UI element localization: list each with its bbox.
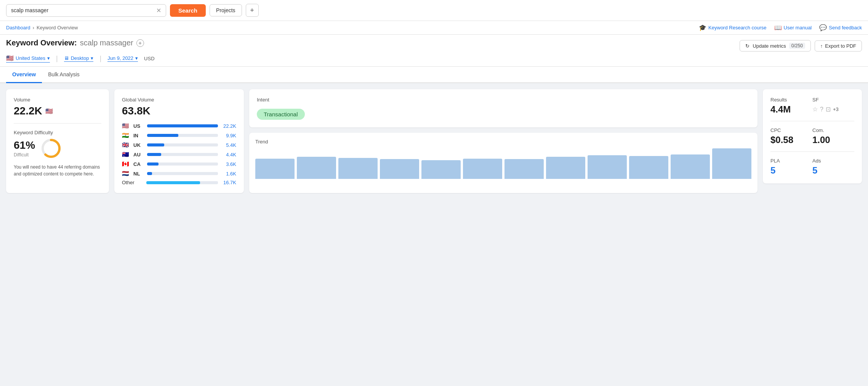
country-code: AU [133,152,144,158]
search-box: ✕ [6,4,166,17]
volume-label: Volume [14,97,101,103]
country-bar-fill [147,143,164,146]
projects-button[interactable]: Projects [210,4,242,16]
country-flag-icon: 🇬🇧 [122,142,130,148]
filter-sep-2: | [99,55,101,63]
send-feedback-link[interactable]: 💬 Send feedback [819,24,862,31]
other-val: 16.7K [221,180,236,185]
nav-bar: Dashboard › Keyword Overview 🎓 Keyword R… [0,21,868,35]
tab-overview[interactable]: Overview [6,67,42,83]
country-code: CA [133,161,144,167]
country-row: 🇨🇦 CA 3.6K [122,161,236,167]
country-bar-fill [147,124,218,127]
add-project-button[interactable]: + [246,4,259,17]
breadcrumb-home[interactable]: Dashboard [6,25,30,31]
donut-chart [40,138,62,159]
refresh-icon: ↻ [745,43,749,49]
tab-bulk-analysis[interactable]: Bulk Analysis [42,67,85,83]
device-label: Desktop [71,55,89,61]
intent-card: Intent Transactional [249,89,757,127]
device-filter[interactable]: 🖥 Desktop ▾ [64,55,94,62]
trend-bar [712,148,751,179]
country-bar-bg [147,124,218,127]
keyword-course-link[interactable]: 🎓 Keyword Research course [699,24,766,31]
search-input[interactable] [11,7,153,13]
country-bar-bg [147,153,218,156]
intent-badge: Transactional [257,109,305,120]
sf-label: SF [812,97,854,103]
trend-card: Trend [249,133,757,193]
com-section: Com. 1.00 [812,127,854,145]
country-row: 🇬🇧 UK 5.4K [122,142,236,148]
tabs-row: Overview Bulk Analysis [0,67,868,83]
country-bar-fill [147,162,159,166]
country-bar-bg [147,134,218,137]
country-label: United States [16,55,45,61]
currency-label: USD [144,56,154,61]
kd-label: Keyword Difficulty [14,130,101,135]
ads-section: Ads 5 [812,158,854,176]
other-row: Other 16.7K [122,180,236,185]
date-filter[interactable]: Jun 9, 2022 ▾ [107,55,138,62]
country-flag-icon: 🇮🇳 [122,132,130,139]
pla-ads-row: PLA 5 Ads 5 [770,158,854,176]
breadcrumb-sep: › [33,25,34,31]
manual-icon: 📖 [774,24,782,31]
clear-button[interactable]: ✕ [156,7,161,14]
global-volume-card: Global Volume 63.8K 🇺🇸 US 22.2K 🇮🇳 IN 9.… [114,89,244,193]
country-code: IN [133,133,144,138]
filters-row: 🇺🇸 United States ▾ | 🖥 Desktop ▾ | Jun 9… [0,51,868,67]
user-manual-link[interactable]: 📖 User manual [774,24,812,31]
main-content: Volume 22.2K 🇺🇸 Keyword Difficulty 61% D… [0,83,868,199]
right-column: Results 4.4M SF ☆ ? ⊡ +3 CPC $0 [763,89,862,193]
cpc-section: CPC $0.58 [770,127,812,145]
com-value: 1.00 [812,135,854,145]
country-flag-icon: 🇦🇺 [122,151,130,158]
breadcrumb: Dashboard › Keyword Overview [6,25,78,31]
update-metrics-button[interactable]: ↻ Update metrics 0/250 [740,40,810,51]
trend-bar [504,159,544,179]
top-bar: ✕ Search Projects + [0,0,868,21]
header-actions: ↻ Update metrics 0/250 ↑ Export to PDF [740,40,862,51]
country-flag-icon: 🇺🇸 [122,122,130,129]
kd-value: 61% [14,139,35,151]
other-bar-fill [146,181,200,184]
nav-links: 🎓 Keyword Research course 📖 User manual … [699,24,862,31]
trend-bar [297,157,336,179]
export-pdf-button[interactable]: ↑ Export to PDF [815,40,862,51]
other-bar-bg [146,181,218,184]
country-bar-fill [147,153,161,156]
question-icon: ? [820,106,823,113]
cpc-com-row: CPC $0.58 Com. 1.00 [770,127,854,145]
country-code: US [133,123,144,129]
country-row: 🇳🇱 NL 1.6K [122,170,236,177]
trend-bars [255,148,751,179]
kd-description: You will need to have 44 referring domai… [14,164,101,177]
volume-value: 22.2K 🇺🇸 [14,105,101,117]
country-rows: 🇺🇸 US 22.2K 🇮🇳 IN 9.9K 🇬🇧 UK 5.4K 🇦🇺 AU [122,122,236,177]
country-filter[interactable]: 🇺🇸 United States ▾ [6,55,50,63]
country-flag: 🇺🇸 [6,55,14,62]
country-row: 🇮🇳 IN 9.9K [122,132,236,139]
add-keyword-button[interactable]: + [136,39,144,47]
com-label: Com. [812,127,854,133]
filter-sep-1: | [56,55,58,63]
results-row: Results 4.4M SF ☆ ? ⊡ +3 [770,97,854,115]
trend-label: Trend [255,139,751,145]
title-prefix: Keyword Overview: [6,39,77,47]
ads-label: Ads [812,158,854,164]
search-button[interactable]: Search [170,4,206,17]
cpc-value: $0.58 [770,135,812,145]
country-bar-val: 3.6K [221,161,236,167]
date-label: Jun 9, 2022 [107,55,133,61]
country-chevron: ▾ [47,55,50,61]
country-row: 🇦🇺 AU 4.4K [122,151,236,158]
country-bar-fill [147,172,152,175]
global-volume-label: Global Volume [122,97,236,103]
page-title: Keyword Overview: scalp massager + [6,39,144,47]
sf-plus: +3 [833,106,839,112]
trend-bar [338,158,378,179]
cpc-label: CPC [770,127,812,133]
trend-bar [629,156,668,179]
page-header: Keyword Overview: scalp massager + ↻ Upd… [0,35,868,51]
